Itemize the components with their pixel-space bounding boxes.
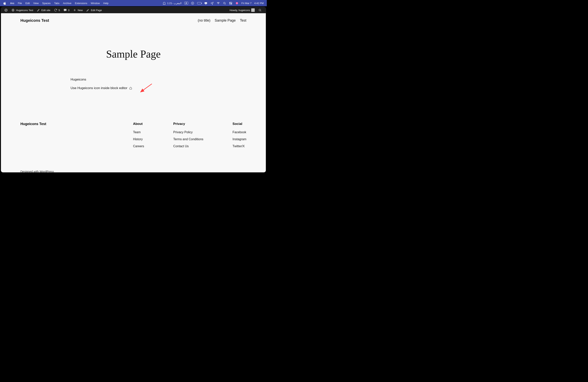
svg-rect-1 xyxy=(205,2,207,4)
wp-edit-page-link[interactable]: Edit Page xyxy=(84,7,104,13)
spotlight-icon[interactable] xyxy=(223,1,226,5)
browser-window: Hugeicons Test Edit site 5 0 New Edit Pa… xyxy=(1,7,266,172)
footer-heading-about: About xyxy=(133,122,144,126)
wp-edit-page-label: Edit Page xyxy=(91,9,102,12)
footer-link-careers[interactable]: Careers xyxy=(133,145,144,148)
site-nav: (no title) Sample Page Test xyxy=(198,19,246,22)
wp-site-name-link[interactable]: Hugeicons Test xyxy=(10,7,35,13)
footer-link-facebook[interactable]: Facebook xyxy=(232,130,246,134)
macos-menubar: Arc File Edit View Spaces Tabs Archive E… xyxy=(0,0,267,6)
status-app-icon[interactable] xyxy=(235,1,239,5)
wp-new-link[interactable]: New xyxy=(71,7,84,13)
footer-col-social: Social Facebook Instagram Twitter/X xyxy=(232,122,246,148)
svg-point-8 xyxy=(236,2,238,4)
menubar-prayer-time[interactable]: 1:21- المغرب xyxy=(162,1,181,5)
footer-link-terms[interactable]: Terms and Conditions xyxy=(173,138,203,141)
wifi-icon[interactable] xyxy=(217,1,220,5)
paragraph-1: Hugeicons xyxy=(71,78,196,82)
control-center-icon[interactable] xyxy=(229,1,232,5)
nav-link-test[interactable]: Test xyxy=(240,19,246,22)
now-playing-icon[interactable] xyxy=(191,1,194,5)
wp-updates-link[interactable]: 5 xyxy=(52,7,62,13)
wp-logo-button[interactable] xyxy=(2,7,10,13)
wp-admin-bar: Hugeicons Test Edit site 5 0 New Edit Pa… xyxy=(1,7,266,13)
wp-comments-link[interactable]: 0 xyxy=(62,7,71,13)
menubar-help[interactable]: Help xyxy=(103,2,108,5)
svg-point-6 xyxy=(230,2,231,3)
paragraph-2: Use Hugeicons icon inside block editor xyxy=(71,86,196,90)
wp-edit-site-link[interactable]: Edit site xyxy=(35,7,52,13)
colophon-prefix: Designed with xyxy=(21,170,40,172)
screenshare-icon[interactable] xyxy=(204,1,208,5)
footer-link-team[interactable]: Team xyxy=(133,130,141,134)
page-title: Sample Page xyxy=(66,48,200,60)
nav-link-sample-page[interactable]: Sample Page xyxy=(215,19,236,22)
location-icon[interactable] xyxy=(210,1,214,5)
page-main: Sample Page Hugeicons Use Hugeicons icon… xyxy=(63,25,204,118)
page-viewport: Hugeicons Test (no title) Sample Page Te… xyxy=(1,13,266,172)
menubar-archive[interactable]: Archive xyxy=(63,2,71,5)
paragraph-2-text: Use Hugeicons icon inside block editor xyxy=(71,86,128,90)
menubar-time[interactable]: 4:42 PM xyxy=(254,2,264,5)
footer-heading-social: Social xyxy=(232,122,246,126)
home-icon xyxy=(129,86,132,90)
footer-col-about: About Team History Careers xyxy=(133,122,144,148)
footer-heading-privacy: Privacy xyxy=(173,122,203,126)
site-footer: Hugeicons Test About Team History Career… xyxy=(1,118,266,164)
footer-link-instagram[interactable]: Instagram xyxy=(232,138,246,141)
wp-updates-count: 5 xyxy=(59,9,60,12)
svg-point-2 xyxy=(218,4,219,4)
footer-link-twitter[interactable]: Twitter/X xyxy=(232,145,245,148)
footer-link-contact[interactable]: Contact Us xyxy=(173,145,189,148)
menubar-app-name[interactable]: Arc xyxy=(10,2,14,5)
wp-search-button[interactable] xyxy=(256,7,263,13)
menubar-spaces[interactable]: Spaces xyxy=(42,2,51,5)
wp-howdy-link[interactable]: Howdy, hugeicons xyxy=(228,7,256,13)
menubar-window[interactable]: Window xyxy=(91,2,100,5)
menubar-date[interactable]: Fri Mar 7 xyxy=(242,2,252,5)
menubar-view[interactable]: View xyxy=(33,2,39,5)
footer-link-history[interactable]: History xyxy=(133,138,143,141)
prayer-label: 1:21- المغرب xyxy=(167,2,181,5)
svg-point-3 xyxy=(224,2,225,4)
avatar xyxy=(251,8,255,12)
wp-comments-count: 0 xyxy=(68,9,69,12)
menubar-file[interactable]: File xyxy=(18,2,22,5)
site-header: Hugeicons Test (no title) Sample Page Te… xyxy=(1,13,266,25)
menubar-extensions[interactable]: Extensions xyxy=(75,2,87,5)
colophon: Designed with WordPress xyxy=(1,164,266,172)
svg-point-7 xyxy=(231,3,232,4)
site-title[interactable]: Hugeicons Test xyxy=(21,18,49,23)
wp-new-label: New xyxy=(78,9,83,12)
apple-icon[interactable] xyxy=(3,1,7,5)
menubar-edit[interactable]: Edit xyxy=(25,2,30,5)
footer-link-privacy-policy[interactable]: Privacy Policy xyxy=(173,130,193,134)
wp-site-name: Hugeicons Test xyxy=(16,9,33,12)
battery-icon[interactable] xyxy=(197,2,201,4)
wp-edit-site-label: Edit site xyxy=(42,9,50,12)
arch-icon xyxy=(162,1,166,5)
footer-col-privacy: Privacy Privacy Policy Terms and Conditi… xyxy=(173,122,203,148)
menubar-tabs[interactable]: Tabs xyxy=(54,2,59,5)
footer-brand[interactable]: Hugeicons Test xyxy=(21,122,46,148)
wp-howdy-label: Howdy, hugeicons xyxy=(230,9,250,12)
language-badge[interactable]: A xyxy=(184,2,188,4)
svg-point-11 xyxy=(259,9,261,11)
nav-link-no-title[interactable]: (no title) xyxy=(198,19,210,22)
colophon-link[interactable]: WordPress xyxy=(40,170,54,172)
